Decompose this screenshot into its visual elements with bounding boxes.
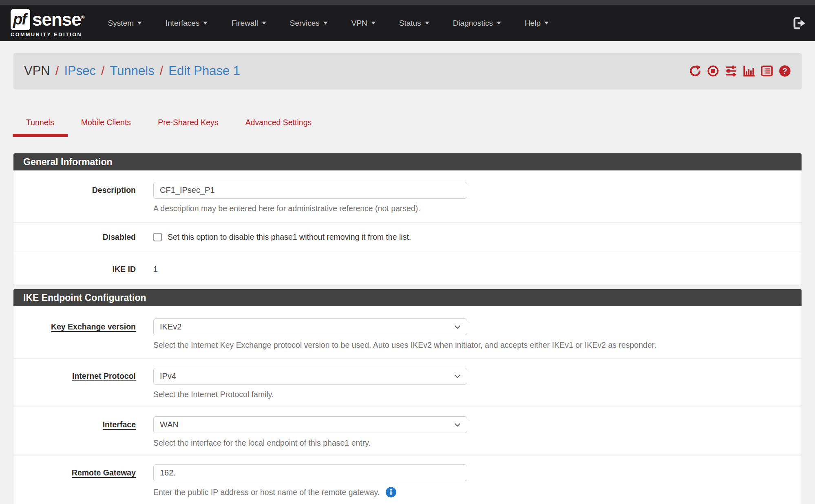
breadcrumb: VPN / IPsec / Tunnels / Edit Phase 1 <box>13 53 802 89</box>
logo-subtitle: COMMUNITY EDITION <box>11 32 84 38</box>
breadcrumb-separator: / <box>160 64 163 78</box>
breadcrumb-separator: / <box>55 64 59 78</box>
form-row-internet-protocol: Internet Protocol IPv4 Select the Intern… <box>13 358 802 407</box>
navbar: pf sense® COMMUNITY EDITION System Inter… <box>0 5 815 41</box>
tab-pre-shared-keys[interactable]: Pre-Shared Keys <box>144 112 232 139</box>
section-general-information: General Information Description A descri… <box>13 153 802 285</box>
disabled-checkbox[interactable] <box>153 233 162 241</box>
menu-interfaces[interactable]: Interfaces <box>166 19 208 28</box>
chevron-down-icon <box>454 325 461 329</box>
internet-protocol-select[interactable]: IPv4 <box>153 368 467 385</box>
ike-id-value: 1 <box>153 261 802 274</box>
tab-bar: Tunnels Mobile Clients Pre-Shared Keys A… <box>13 112 802 139</box>
menu-firewall[interactable]: Firewall <box>231 19 266 28</box>
stop-icon[interactable] <box>707 65 719 77</box>
bar-chart-icon[interactable] <box>743 65 755 77</box>
field-label: Internet Protocol <box>13 368 136 399</box>
breadcrumb-link-edit-phase-1[interactable]: Edit Phase 1 <box>168 64 240 78</box>
caret-down-icon <box>371 22 375 24</box>
section-title: IKE Endpoint Configuration <box>13 289 802 306</box>
menu-services[interactable]: Services <box>290 19 328 28</box>
form-row-interface: Interface WAN Select the interface for t… <box>13 407 802 455</box>
field-help: Select the Internet Key Exchange protoco… <box>153 340 802 350</box>
page-content: VPN / IPsec / Tunnels / Edit Phase 1 <box>0 41 815 504</box>
menu-vpn[interactable]: VPN <box>351 19 375 28</box>
field-help: Select the interface for the local endpo… <box>153 438 802 448</box>
caret-down-icon <box>203 22 208 24</box>
interface-select[interactable]: WAN <box>153 416 467 433</box>
tab-advanced-settings[interactable]: Advanced Settings <box>232 112 325 139</box>
menu-system[interactable]: System <box>108 19 142 28</box>
checkbox-label: Set this option to disable this phase1 w… <box>168 232 411 242</box>
tab-tunnels[interactable]: Tunnels <box>13 112 68 139</box>
field-label: Key Exchange version <box>13 318 136 350</box>
page-action-icons: ? <box>689 65 791 77</box>
field-label: Remote Gateway <box>13 464 136 498</box>
caret-down-icon <box>137 22 142 24</box>
field-help: Select the Internet Protocol family. <box>153 390 802 399</box>
help-icon[interactable]: ? <box>779 65 791 77</box>
caret-down-icon <box>425 22 429 24</box>
sign-out-icon[interactable] <box>792 16 806 30</box>
caret-down-icon <box>544 22 549 24</box>
form-row-remote-gateway: Remote Gateway Enter the public IP addre… <box>13 455 802 504</box>
chevron-down-icon <box>454 423 461 427</box>
breadcrumb-root: VPN <box>24 64 50 78</box>
window-top-strip <box>0 0 815 5</box>
registered-mark: ® <box>81 15 84 20</box>
field-help: Enter the public IP address or host name… <box>153 486 802 498</box>
breadcrumb-link-ipsec[interactable]: IPsec <box>64 64 96 78</box>
chevron-down-icon <box>454 374 461 378</box>
breadcrumb-separator: / <box>101 64 105 78</box>
caret-down-icon <box>262 22 266 24</box>
sliders-icon[interactable] <box>725 65 737 77</box>
form-row-ike-id: IKE ID 1 <box>13 252 802 285</box>
form-row-key-exchange-version: Key Exchange version IKEv2 Select the In… <box>13 306 802 358</box>
caret-down-icon <box>497 22 501 24</box>
field-label: IKE ID <box>13 261 136 274</box>
menu-status[interactable]: Status <box>399 19 429 28</box>
tab-mobile-clients[interactable]: Mobile Clients <box>68 112 144 139</box>
menu-help[interactable]: Help <box>525 19 549 28</box>
description-input[interactable] <box>153 182 467 199</box>
form-row-disabled: Disabled Set this option to disable this… <box>13 222 802 252</box>
svg-text:?: ? <box>782 66 787 75</box>
breadcrumb-link-tunnels[interactable]: Tunnels <box>110 64 155 78</box>
info-icon[interactable] <box>385 486 397 498</box>
field-label: Description <box>13 182 136 213</box>
section-ike-endpoint-configuration: IKE Endpoint Configuration Key Exchange … <box>13 289 802 504</box>
form-row-description: Description A description may be entered… <box>13 170 802 222</box>
remote-gateway-input[interactable] <box>153 464 467 481</box>
logo-wordmark: sense® <box>32 9 84 30</box>
main-menu: System Interfaces Firewall Services VPN … <box>108 19 549 28</box>
caret-down-icon <box>323 22 328 24</box>
pf-logo-mark: pf <box>11 9 30 30</box>
log-icon[interactable] <box>761 65 773 77</box>
section-title: General Information <box>13 153 802 170</box>
field-label: Disabled <box>13 232 136 242</box>
key-exchange-version-select[interactable]: IKEv2 <box>153 318 467 335</box>
field-help: A description may be entered here for ad… <box>153 204 802 213</box>
menu-diagnostics[interactable]: Diagnostics <box>453 19 501 28</box>
refresh-icon[interactable] <box>689 65 701 77</box>
field-label: Interface <box>13 416 136 448</box>
pfsense-logo[interactable]: pf sense® COMMUNITY EDITION <box>11 9 84 38</box>
